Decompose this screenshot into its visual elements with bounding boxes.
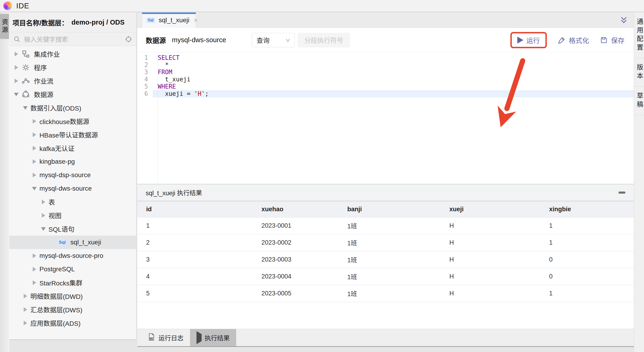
tree-toggle[interactable] — [22, 321, 29, 325]
code-token: * — [158, 61, 169, 68]
tree-item[interactable]: clickhouse数据源 — [9, 115, 136, 128]
tree-item[interactable]: 集成作业 — [9, 47, 136, 61]
table-cell: 2023-0003 — [262, 256, 347, 263]
tree-toggle[interactable] — [30, 187, 38, 190]
tree-toggle[interactable] — [30, 132, 38, 137]
tree-item[interactable]: mysql-dsp-source — [9, 168, 136, 182]
tree-item[interactable]: 程序 — [9, 61, 136, 74]
tree-toggle[interactable] — [12, 65, 20, 70]
tree-toggle[interactable] — [30, 146, 38, 150]
tree-toggle[interactable] — [12, 79, 20, 83]
right-rail-tab[interactable]: 通用配置 — [634, 12, 644, 58]
line-number: 3 — [137, 69, 153, 76]
main-panel: Sql sql_t_xueji × 数据源 mysql-dws-source 查… — [137, 12, 634, 347]
tree-toggle[interactable] — [40, 227, 47, 231]
bottom-tab-log[interactable]: LOG 运行日志 — [141, 329, 190, 346]
tree-toggle[interactable] — [30, 119, 38, 124]
table-cell: 2 — [146, 239, 262, 246]
right-rail-tab[interactable]: 草稿 — [634, 87, 644, 115]
editor-toolbar: 数据源 mysql-dws-source 查询 ∨ 分段执行符号 运行 格式化 — [137, 28, 634, 52]
tree-toggle[interactable] — [30, 173, 38, 177]
table-row: 22023-00021班H1 — [137, 234, 634, 251]
collapse-double-chevron-icon[interactable] — [619, 15, 629, 25]
run-button[interactable]: 运行 — [517, 35, 540, 45]
tree-item-label: 表 — [48, 197, 55, 207]
play-icon — [517, 37, 523, 44]
tab-close-icon[interactable]: × — [194, 17, 198, 24]
code-line[interactable]: 6 xueji = 'H'; — [137, 90, 634, 97]
query-mode-select[interactable]: 查询 ∨ — [252, 33, 295, 47]
tab-sql-t-xueji[interactable]: Sql sql_t_xueji × — [142, 12, 196, 28]
tree-arrow-icon — [14, 79, 18, 83]
code-line[interactable]: 4 t_xueji — [137, 76, 634, 83]
table-cell: H — [449, 290, 549, 297]
code-lines: 1 SELECT 2 * 3 FROM 4 t_xueji 5 WHERE 6 … — [137, 52, 634, 97]
table-row: 42023-00041班H0 — [137, 268, 634, 285]
tree-item[interactable]: 明细数据层(DWD) — [9, 289, 136, 303]
tree-item[interactable]: SQL语句 — [9, 222, 136, 236]
tree-toggle[interactable] — [22, 106, 29, 110]
tree-item-label: 应用数据层(ADS) — [30, 318, 80, 328]
tree-item[interactable]: PostgreSQL — [9, 263, 136, 276]
tree-toggle[interactable] — [40, 213, 47, 218]
tree-type-icon — [21, 76, 30, 85]
minimize-icon[interactable] — [618, 192, 626, 194]
log-file-icon: LOG — [148, 333, 156, 341]
save-button[interactable]: 保存 — [600, 35, 624, 45]
search-bar[interactable]: 输入关键字搜索 — [9, 32, 136, 46]
gutter-divider — [157, 52, 158, 184]
results-filler — [137, 302, 634, 329]
tree-item[interactable]: StarRocks集群 — [9, 276, 136, 289]
tree-arrow-icon — [24, 307, 27, 312]
tree-item-label: 作业流 — [34, 76, 53, 86]
locate-icon[interactable] — [124, 35, 132, 43]
tree-toggle[interactable] — [22, 294, 29, 299]
code-line[interactable]: 3 FROM — [137, 69, 634, 76]
tree-toggle[interactable] — [22, 307, 29, 312]
project-header: 项目名称/数据层： demo-proj / ODS — [9, 12, 136, 32]
tree-toggle[interactable] — [40, 200, 47, 204]
format-brush-icon — [558, 36, 566, 44]
tree-item[interactable]: 应用数据层(ADS) — [9, 316, 136, 330]
tree-toggle[interactable] — [30, 159, 38, 164]
right-rail-tab[interactable]: 版本 — [634, 58, 644, 87]
tree-item[interactable]: kafka无认证 — [9, 141, 136, 155]
sql-editor[interactable]: 1 SELECT 2 * 3 FROM 4 t_xueji 5 WHERE 6 … — [137, 52, 634, 184]
tree-arrow-icon — [14, 65, 18, 70]
search-input[interactable]: 输入关键字搜索 — [24, 34, 121, 44]
tree-item[interactable]: 汇总数据层(DWS) — [9, 303, 136, 316]
tree-type-icon — [21, 63, 30, 72]
tree-item[interactable]: 视图 — [9, 209, 136, 222]
tree-item[interactable]: mysql-dws-source-pro — [9, 249, 136, 263]
datasource-value: mysql-dws-source — [172, 36, 226, 44]
code-line[interactable]: 2 * — [137, 61, 634, 69]
tree-item[interactable]: 表 — [9, 195, 136, 209]
tree-arrow-icon — [33, 267, 36, 272]
tree-item[interactable]: kingbase-pg — [9, 155, 136, 168]
rail-tab-resources[interactable]: 资源 — [0, 14, 9, 39]
code-line[interactable]: 1 SELECT — [137, 54, 634, 61]
toolbar-actions: 运行 格式化 保存 — [510, 32, 624, 48]
tree-toggle[interactable] — [12, 93, 20, 96]
tree-item[interactable]: 数据源 — [9, 88, 136, 101]
bottom-tab-icon — [196, 334, 202, 341]
tree-item[interactable]: Sql sql_t_xueji — [9, 236, 136, 249]
code-line[interactable]: 5 WHERE — [137, 83, 634, 90]
results-table-header: idxuehaobanjixuejixingbie — [137, 201, 634, 218]
tree-arrow-icon — [32, 187, 37, 190]
table-row: 32023-00031班H0 — [137, 251, 634, 268]
tree-toggle[interactable] — [30, 280, 38, 285]
tree-toggle[interactable] — [30, 267, 38, 272]
tree-item[interactable]: HBase带认证数据源 — [9, 128, 136, 141]
tree-item[interactable]: 作业流 — [9, 74, 136, 88]
tree-toggle[interactable] — [30, 254, 38, 258]
format-button[interactable]: 格式化 — [558, 35, 589, 45]
run-button-label: 运行 — [526, 35, 540, 45]
table-cell: 1 — [549, 290, 634, 297]
tree-item[interactable]: mysql-dws-source — [9, 182, 136, 195]
table-cell: 1 — [146, 222, 262, 229]
bottom-tab-play[interactable]: 执行结果 — [190, 329, 236, 346]
integration-icon — [21, 50, 30, 58]
tree-item[interactable]: 数据引入层(ODS) — [9, 101, 136, 115]
tree-toggle[interactable] — [12, 52, 20, 56]
